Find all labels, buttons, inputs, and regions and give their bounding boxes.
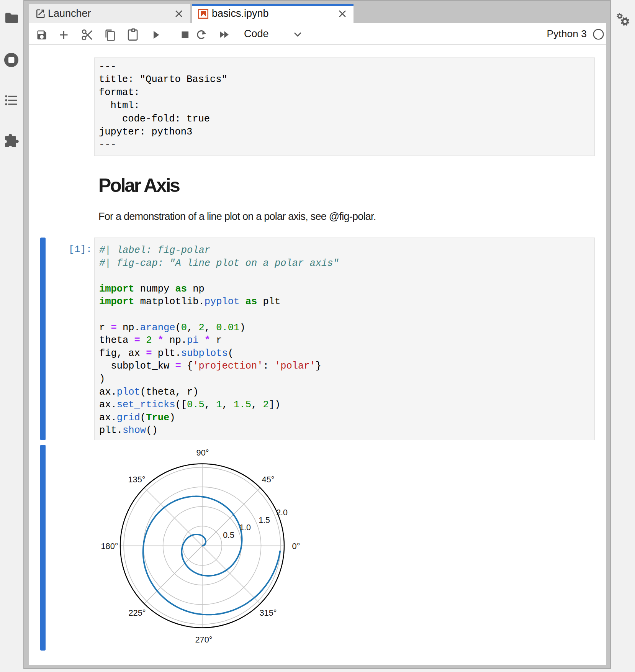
svg-text:135°: 135° — [128, 475, 145, 484]
svg-text:0.5: 0.5 — [223, 531, 234, 540]
svg-text:90°: 90° — [196, 448, 209, 457]
svg-text:2.0: 2.0 — [276, 508, 288, 517]
svg-text:270°: 270° — [195, 635, 212, 644]
svg-text:225°: 225° — [128, 608, 146, 618]
svg-text:0°: 0° — [292, 541, 300, 551]
svg-text:315°: 315° — [259, 608, 277, 618]
svg-text:1.5: 1.5 — [259, 516, 270, 525]
svg-text:1.0: 1.0 — [239, 523, 251, 532]
svg-text:45°: 45° — [262, 475, 275, 484]
svg-text:180°: 180° — [101, 541, 118, 551]
